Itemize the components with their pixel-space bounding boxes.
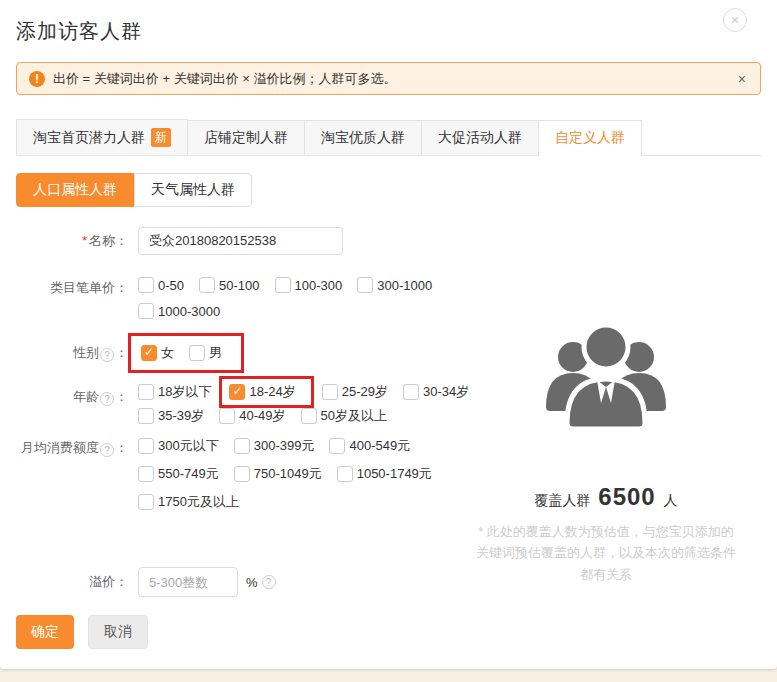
checkbox-0-50[interactable]: 0-50 bbox=[138, 277, 184, 293]
help-icon[interactable]: ? bbox=[262, 575, 276, 589]
checkbox-checked-icon bbox=[229, 384, 245, 400]
checkbox-under-18[interactable]: 18岁以下 bbox=[138, 383, 211, 401]
help-icon[interactable]: ? bbox=[100, 443, 114, 457]
checkbox-icon bbox=[234, 466, 250, 482]
checkbox-icon bbox=[138, 494, 154, 510]
coverage-value: 6500 bbox=[598, 483, 655, 510]
coverage-note-line: 关键词预估覆盖的人群，以及本次的筛选条件 bbox=[456, 542, 756, 563]
category-price-label: 类目笔单价： bbox=[16, 277, 138, 299]
checkbox-icon bbox=[322, 384, 338, 400]
dialog-close-icon[interactable]: × bbox=[723, 8, 747, 32]
dialog-title: 添加访客人群 bbox=[16, 18, 761, 45]
tab-label: 自定义人群 bbox=[555, 129, 625, 147]
exclamation-icon: ! bbox=[29, 71, 45, 87]
checkbox-300-399[interactable]: 300-399元 bbox=[234, 437, 315, 455]
audience-people-icon bbox=[540, 313, 672, 435]
checkbox-100-300[interactable]: 100-300 bbox=[275, 277, 343, 293]
coverage-note-line: 都有关系 bbox=[456, 564, 756, 585]
checkbox-40-49[interactable]: 40-49岁 bbox=[219, 407, 285, 425]
dialog-footer: 确定 取消 bbox=[16, 615, 761, 649]
checkbox-checked-icon bbox=[141, 345, 157, 361]
audience-subtabs: 人口属性人群 天气属性人群 bbox=[16, 173, 252, 207]
coverage-unit: 人 bbox=[664, 492, 678, 508]
coverage-count-line: 覆盖人群 6500 人 bbox=[456, 483, 756, 511]
subtab-weather[interactable]: 天气属性人群 bbox=[134, 173, 252, 207]
checkbox-icon bbox=[189, 345, 205, 361]
checkbox-300-1000[interactable]: 300-1000 bbox=[357, 277, 432, 293]
checkbox-female[interactable]: 女 bbox=[141, 344, 174, 362]
name-row: *名称： bbox=[16, 227, 761, 255]
required-mark: * bbox=[82, 233, 87, 248]
checkbox-icon bbox=[234, 438, 250, 454]
help-icon[interactable]: ? bbox=[100, 392, 114, 406]
form-content: *名称： 类目笔单价： 0-50 50-100 100-300 300-1000… bbox=[16, 227, 761, 649]
age-label: 年龄?： bbox=[16, 383, 138, 408]
checkbox-1000-3000[interactable]: 1000-3000 bbox=[138, 303, 220, 319]
checkbox-50-100[interactable]: 50-100 bbox=[199, 277, 259, 293]
checkbox-750-1049[interactable]: 750-1049元 bbox=[234, 465, 322, 483]
audience-name-input[interactable] bbox=[138, 227, 343, 255]
name-label: *名称： bbox=[16, 230, 138, 252]
percent-unit: % bbox=[246, 575, 258, 590]
checkbox-18-24[interactable]: 18-24岁 bbox=[229, 383, 295, 401]
audience-tabs: 淘宝首页潜力人群 新 店铺定制人群 淘宝优质人群 大促活动人群 自定义人群 bbox=[16, 119, 761, 156]
checkbox-icon bbox=[219, 408, 235, 424]
checkbox-icon bbox=[329, 438, 345, 454]
checkbox-icon bbox=[337, 466, 353, 482]
gender-highlight-box: 女 男 bbox=[128, 333, 244, 373]
checkbox-50-plus[interactable]: 50岁及以上 bbox=[301, 407, 387, 425]
checkbox-icon bbox=[138, 438, 154, 454]
checkbox-icon bbox=[301, 408, 317, 424]
coverage-note: * 此处的覆盖人数为预估值，与您宝贝添加的 关键词预估覆盖的人群，以及本次的筛选… bbox=[456, 521, 756, 585]
bid-info-alert: ! 出价 = 关键词出价 + 关键词出价 × 溢价比例；人群可多选。 × bbox=[16, 62, 761, 95]
tab-label: 大促活动人群 bbox=[438, 129, 522, 147]
checkbox-1050-1749[interactable]: 1050-1749元 bbox=[337, 465, 432, 483]
tab-taobao-quality[interactable]: 淘宝优质人群 bbox=[304, 120, 422, 155]
checkbox-under-300[interactable]: 300元以下 bbox=[138, 437, 219, 455]
alert-text: 出价 = 关键词出价 + 关键词出价 × 溢价比例；人群可多选。 bbox=[53, 70, 736, 88]
add-visitor-audience-dialog: 添加访客人群 × ! 出价 = 关键词出价 + 关键词出价 × 溢价比例；人群可… bbox=[0, 0, 777, 669]
confirm-button[interactable]: 确定 bbox=[16, 615, 74, 649]
checkbox-male[interactable]: 男 bbox=[189, 344, 222, 362]
tab-custom-audience[interactable]: 自定义人群 bbox=[538, 120, 642, 156]
tab-label: 淘宝首页潜力人群 bbox=[33, 129, 145, 147]
age-18-24-highlight-box: 18-24岁 bbox=[219, 376, 313, 408]
checkbox-35-39[interactable]: 35-39岁 bbox=[138, 407, 204, 425]
coverage-note-line: * 此处的覆盖人数为预估值，与您宝贝添加的 bbox=[456, 521, 756, 542]
tab-taobao-homepage-potential[interactable]: 淘宝首页潜力人群 新 bbox=[16, 119, 188, 155]
tab-label: 店铺定制人群 bbox=[204, 129, 288, 147]
alert-close-icon[interactable]: × bbox=[736, 71, 748, 87]
new-badge: 新 bbox=[151, 128, 171, 147]
coverage-panel: 覆盖人群 6500 人 * 此处的覆盖人数为预估值，与您宝贝添加的 关键词预估覆… bbox=[456, 313, 756, 585]
cancel-button[interactable]: 取消 bbox=[88, 615, 148, 649]
checkbox-icon bbox=[199, 277, 215, 293]
tab-shop-custom[interactable]: 店铺定制人群 bbox=[187, 120, 305, 155]
checkbox-icon bbox=[138, 466, 154, 482]
tab-label: 淘宝优质人群 bbox=[321, 129, 405, 147]
checkbox-icon bbox=[275, 277, 291, 293]
monthly-spend-label: 月均消费额度?： bbox=[16, 437, 138, 459]
checkbox-icon bbox=[138, 384, 154, 400]
premium-input[interactable] bbox=[138, 567, 238, 597]
checkbox-icon bbox=[138, 277, 154, 293]
gender-label: 性别?： bbox=[16, 342, 138, 364]
checkbox-icon bbox=[138, 303, 154, 319]
subtab-demographic[interactable]: 人口属性人群 bbox=[16, 173, 134, 207]
checkbox-25-29[interactable]: 25-29岁 bbox=[322, 383, 388, 401]
checkbox-550-749[interactable]: 550-749元 bbox=[138, 465, 219, 483]
checkbox-icon bbox=[138, 408, 154, 424]
premium-label: 溢价： bbox=[16, 571, 138, 593]
checkbox-1750-plus[interactable]: 1750元及以上 bbox=[138, 493, 239, 511]
coverage-label: 覆盖人群 bbox=[534, 492, 590, 508]
dialog-header: 添加访客人群 × bbox=[16, 0, 761, 44]
checkbox-icon bbox=[403, 384, 419, 400]
checkbox-400-549[interactable]: 400-549元 bbox=[329, 437, 410, 455]
checkbox-icon bbox=[357, 277, 373, 293]
tab-promotion-event[interactable]: 大促活动人群 bbox=[421, 120, 539, 155]
help-icon[interactable]: ? bbox=[100, 348, 114, 362]
